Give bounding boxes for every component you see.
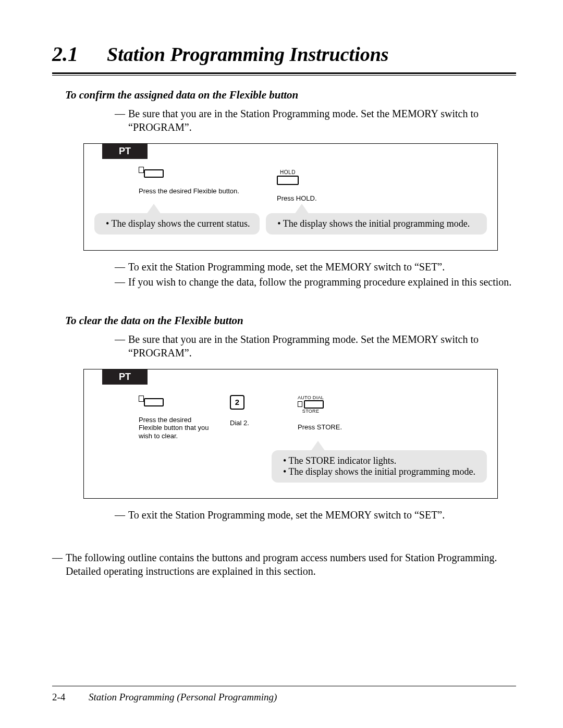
callout-text: The STORE indicator lights. xyxy=(283,455,478,466)
note-text: The following outline contains the butto… xyxy=(66,551,516,578)
dash: — xyxy=(115,508,125,522)
callout-text: The display shows the initial programmin… xyxy=(283,466,478,477)
flexible-button-icon xyxy=(139,398,163,406)
page-header: 2.1 Station Programming Instructions xyxy=(52,42,516,66)
pt-diagram-confirm: PT Press the desired Flexible button. HO… xyxy=(83,143,498,251)
subheading-clear: To clear the data on the Flexible button xyxy=(65,314,516,327)
caption: Dial 2. xyxy=(230,419,249,427)
callout-text: The display shows the current status. xyxy=(106,218,250,229)
footer-rule xyxy=(52,686,516,686)
section-title: Station Programming Instructions xyxy=(107,43,389,66)
footer-chapter: Station Programming (Personal Programmin… xyxy=(89,692,277,702)
note-text: If you wish to change the data, follow t… xyxy=(128,275,516,289)
note-text: Be sure that you are in the Station Prog… xyxy=(128,332,516,360)
dash: — xyxy=(52,551,63,578)
callout-text: The display shows the initial programmin… xyxy=(277,218,478,229)
callout-bubble: The display shows the current status. xyxy=(94,213,260,235)
store-button-icon: AUTO DIAL STORE xyxy=(298,395,324,414)
callout-bubble: The display shows the initial programmin… xyxy=(266,213,487,235)
dash: — xyxy=(115,107,125,134)
page-footer: 2-4 Station Programming (Personal Progra… xyxy=(52,692,277,703)
note-line: — If you wish to change the data, follow… xyxy=(115,275,516,289)
caption: Press STORE. xyxy=(298,423,342,431)
dash: — xyxy=(115,260,125,274)
note-text: To exit the Station Programming mode, se… xyxy=(128,260,516,274)
header-rule xyxy=(52,72,516,76)
pt-tab: PT xyxy=(102,369,148,385)
caption: Press the desired Flexible button that y… xyxy=(139,416,212,440)
dash: — xyxy=(115,332,125,360)
pt-diagram-clear: PT Press the desired Flexible button tha… xyxy=(83,369,498,499)
page-number: 2-4 xyxy=(52,692,65,702)
note-line: — Be sure that you are in the Station Pr… xyxy=(115,107,516,134)
auto-dial-label: AUTO DIAL xyxy=(298,395,324,400)
note-line: — To exit the Station Programming mode, … xyxy=(115,508,516,522)
note-line: — To exit the Station Programming mode, … xyxy=(115,260,516,274)
store-label: STORE xyxy=(302,409,319,414)
subheading-confirm: To confirm the assigned data on the Flex… xyxy=(65,89,516,102)
hold-label: HOLD xyxy=(280,169,296,175)
dash: — xyxy=(115,275,125,289)
dial-key-icon: 2 xyxy=(230,395,244,410)
outline-note: — The following outline contains the but… xyxy=(52,551,516,578)
section-number: 2.1 xyxy=(52,42,78,66)
note-text: Be sure that you are in the Station Prog… xyxy=(128,107,516,134)
flexible-button-icon xyxy=(139,169,163,178)
hold-button-icon: HOLD xyxy=(277,169,299,185)
note-line: — Be sure that you are in the Station Pr… xyxy=(115,332,516,360)
callout-bubble: The STORE indicator lights. The display … xyxy=(272,450,487,483)
caption: Press the desired Flexible button. xyxy=(139,187,239,195)
pt-tab: PT xyxy=(102,144,148,159)
note-text: To exit the Station Programming mode, se… xyxy=(128,508,516,522)
caption: Press HOLD. xyxy=(277,194,317,203)
